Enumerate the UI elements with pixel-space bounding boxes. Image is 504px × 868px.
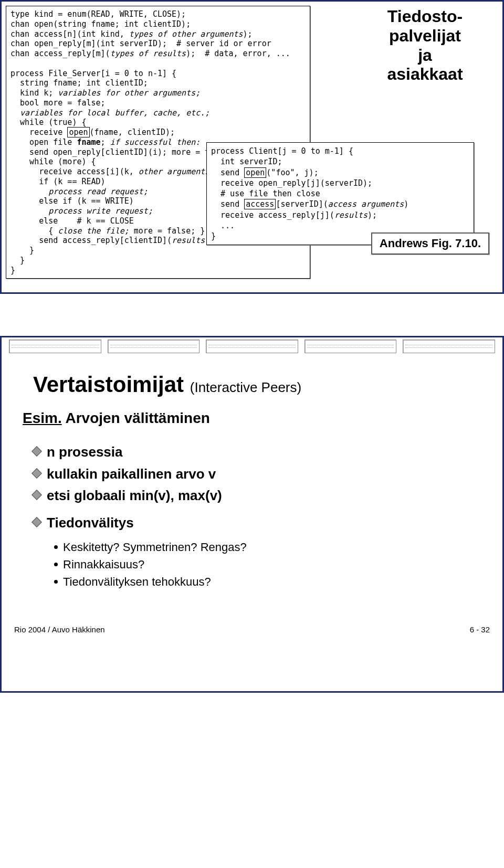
deco-cell	[206, 340, 298, 353]
diamond-icon	[32, 446, 42, 457]
deco-cell	[108, 340, 200, 353]
diamond-icon	[32, 468, 42, 479]
bullet-item: etsi globaali min(v), max(v)	[33, 486, 481, 506]
bullet-text: kullakin paikallinen arvo v	[47, 464, 216, 484]
slide-1-title: Tiedosto- palvelijat ja asiakkaat	[361, 7, 489, 84]
deco-cell	[9, 340, 101, 353]
deco-cell	[304, 340, 397, 353]
diamond-icon	[32, 517, 42, 527]
slide-2-title: Vertaistoimijat (Interactive Peers)	[2, 353, 502, 400]
sub-bullet-text: Rinnakkaisuus?	[63, 556, 144, 573]
deco-cell	[403, 340, 495, 353]
esim-label: Esim.	[23, 410, 62, 426]
client-code-box: process Client[j = 0 to m-1] { int serve…	[206, 142, 474, 245]
bullet-text: n prosessia	[47, 442, 123, 462]
figure-reference: Andrews Fig. 7.10.	[371, 232, 489, 255]
slide-footer: Rio 2004 / Auvo Häkkinen 6 - 32	[2, 596, 502, 639]
bullet-item: kullakin paikallinen arvo v	[33, 464, 481, 484]
sub-bullet-text: Keskitetty? Symmetrinen? Rengas?	[63, 538, 247, 556]
bullet-text: Tiedonvälitys	[47, 513, 134, 533]
footer-right: 6 - 32	[470, 625, 490, 634]
diamond-icon	[32, 490, 42, 500]
esim-text: Arvojen välittäminen	[65, 410, 209, 426]
footer-left: Rio 2004 / Auvo Häkkinen	[14, 625, 105, 634]
client-code: process Client[j = 0 to m-1] { int serve…	[211, 146, 469, 241]
sub-bullets: Keskitetty? Symmetrinen? Rengas? Rinnakk…	[2, 538, 502, 596]
bullet-item: n prosessia	[33, 442, 481, 462]
sub-bullet-item: Rinnakkaisuus?	[54, 556, 481, 573]
dot-icon	[54, 545, 58, 549]
sub-bullet-text: Tiedonvälityksen tehokkuus?	[63, 573, 211, 590]
slide-1-inner: type kind = enum(READ, WRITE, CLOSE); ch…	[2, 2, 502, 262]
example-line: Esim. Arvojen välittäminen	[2, 400, 502, 432]
slide-2: Vertaistoimijat (Interactive Peers) Esim…	[0, 336, 504, 693]
dot-icon	[54, 580, 58, 584]
title-sub: (Interactive Peers)	[190, 379, 301, 395]
slide-1: type kind = enum(READ, WRITE, CLOSE); ch…	[0, 0, 504, 294]
sub-bullet-item: Keskitetty? Symmetrinen? Rengas?	[54, 538, 481, 556]
bullets: n prosessia kullakin paikallinen arvo v …	[2, 432, 502, 538]
decorative-strip	[2, 337, 502, 353]
sub-bullet-item: Tiedonvälityksen tehokkuus?	[54, 573, 481, 590]
bullet-item: Tiedonvälitys	[33, 513, 481, 533]
bullet-text: etsi globaali min(v), max(v)	[47, 486, 222, 506]
dot-icon	[54, 563, 58, 566]
title-main: Vertaistoimijat	[33, 372, 184, 397]
